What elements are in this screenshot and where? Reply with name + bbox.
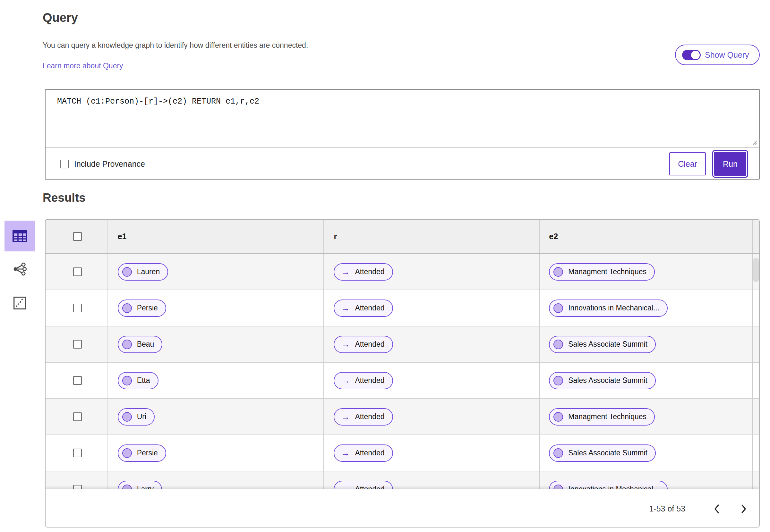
entity-node-icon (554, 448, 563, 458)
entity-pill[interactable]: Beau (118, 336, 163, 353)
relation-pill[interactable]: →Attended (334, 372, 393, 389)
clear-button[interactable]: Clear (669, 152, 706, 175)
table-view-button[interactable] (4, 221, 35, 251)
column-header-e2[interactable]: e2 (549, 232, 558, 241)
relation-pill[interactable]: →Attended (334, 444, 393, 462)
row-checkbox[interactable] (73, 340, 82, 349)
relation-arrow-icon: → (341, 340, 350, 349)
entity-pill[interactable]: Sales Associate Summit (549, 444, 656, 462)
row-checkbox[interactable] (73, 449, 82, 457)
relation-arrow-icon: → (341, 376, 350, 385)
relation-label: Attended (355, 376, 384, 385)
entity-pill[interactable]: Sales Associate Summit (549, 336, 656, 353)
row-checkbox[interactable] (73, 376, 82, 385)
table-row: Persie →Attended Sales Associate Summit (46, 435, 759, 471)
network-view-icon (13, 262, 27, 276)
entity-pill[interactable]: Lauren (118, 263, 168, 281)
entity-label: Etta (137, 376, 150, 385)
relation-pill[interactable]: →Attended (334, 300, 393, 317)
row-checkbox[interactable] (73, 485, 82, 489)
relation-arrow-icon: → (341, 449, 350, 458)
results-heading: Results (43, 191, 86, 205)
table-row: Uri →Attended Managment Techniques (46, 399, 759, 435)
entity-label: Innovations in Mechanical... (568, 304, 659, 312)
entity-pill[interactable]: Persie (118, 444, 166, 462)
relation-label: Attended (355, 267, 384, 276)
network-view-button[interactable] (4, 254, 35, 284)
entity-node-icon (122, 340, 132, 349)
entity-label: Sales Associate Summit (568, 449, 647, 457)
relation-arrow-icon: → (341, 267, 350, 276)
entity-label: Managment Techniques (568, 412, 647, 421)
chevron-right-icon (741, 504, 747, 514)
show-query-toggle[interactable]: Show Query (675, 45, 760, 65)
relation-pill[interactable]: →Attended (334, 263, 393, 281)
relation-pill[interactable]: →Attended (334, 408, 393, 426)
relation-arrow-icon: → (341, 412, 350, 421)
entity-node-icon (122, 485, 132, 489)
resize-grip-icon[interactable] (750, 139, 757, 146)
scrollbar-thumb[interactable] (753, 258, 759, 282)
table-body: Lauren →Attended Managment Techniques Pe… (46, 254, 759, 489)
entity-node-icon (554, 267, 563, 277)
previous-page-button[interactable] (710, 502, 724, 516)
table-row: Etta →Attended Sales Associate Summit (46, 363, 759, 399)
entity-pill[interactable]: Innovations in Mechanical... (549, 481, 668, 489)
row-checkbox[interactable] (73, 304, 82, 312)
table-footer: 1-53 of 53 (46, 489, 759, 528)
relation-label: Attended (355, 304, 384, 312)
column-header-e1[interactable]: e1 (118, 232, 127, 241)
row-checkbox[interactable] (73, 412, 82, 421)
relation-label: Attended (355, 340, 384, 349)
column-header-r[interactable]: r (334, 232, 337, 241)
relation-pill[interactable]: →Attended (334, 481, 393, 489)
entity-pill[interactable]: Managment Techniques (549, 263, 655, 281)
relation-label: Attended (355, 412, 384, 421)
entity-node-icon (554, 412, 563, 422)
relation-pill[interactable]: →Attended (334, 336, 393, 353)
entity-label: Sales Associate Summit (568, 340, 647, 349)
entity-label: Persie (137, 449, 158, 457)
entity-pill[interactable]: Uri (118, 408, 155, 426)
learn-more-link[interactable]: Learn more about Query (43, 62, 123, 70)
entity-node-icon (554, 340, 563, 349)
table-row: Beau →Attended Sales Associate Summit (46, 326, 759, 363)
toggle-switch-icon[interactable] (682, 50, 701, 60)
entity-node-icon (122, 412, 132, 422)
table-row: Lauren →Attended Managment Techniques (46, 254, 759, 290)
relation-arrow-icon: → (341, 485, 350, 489)
table-header-row: e1 r e2 (46, 220, 759, 254)
entity-label: Innovations in Mechanical... (568, 485, 659, 489)
entity-pill[interactable]: Etta (118, 372, 158, 389)
entity-label: Persie (137, 304, 158, 312)
entity-pill[interactable]: Sales Associate Summit (549, 372, 656, 389)
entity-label: Larry (137, 485, 154, 489)
pagination-range: 1-53 of 53 (649, 504, 685, 513)
next-page-button[interactable] (737, 502, 751, 516)
query-input[interactable]: MATCH (e1:Person)-[r]->(e2) RETURN e1,r,… (57, 97, 746, 142)
entity-label: Uri (137, 412, 146, 421)
entity-node-icon (554, 485, 563, 489)
entity-node-icon (554, 376, 563, 385)
entity-node-icon (122, 303, 132, 313)
run-button[interactable]: Run (714, 152, 746, 176)
entity-pill[interactable]: Managment Techniques (549, 408, 655, 426)
entity-pill[interactable]: Larry (118, 481, 162, 489)
entity-node-icon (554, 303, 563, 313)
toggle-knob (691, 51, 700, 59)
entity-pill[interactable]: Innovations in Mechanical... (549, 300, 668, 317)
entity-label: Beau (137, 340, 154, 349)
entity-node-icon (122, 448, 132, 458)
entity-label: Lauren (137, 267, 160, 276)
include-provenance-checkbox[interactable] (60, 160, 69, 168)
select-all-checkbox[interactable] (73, 232, 82, 241)
entity-node-icon (122, 376, 132, 385)
relation-label: Attended (355, 485, 384, 489)
chart-view-button[interactable] (4, 288, 35, 318)
chevron-left-icon (714, 504, 720, 514)
table-view-icon (12, 229, 28, 243)
query-panel: MATCH (e1:Person)-[r]->(e2) RETURN e1,r,… (45, 89, 760, 180)
table-row: Persie →Attended Innovations in Mechanic… (46, 290, 759, 326)
entity-pill[interactable]: Persie (118, 300, 166, 317)
row-checkbox[interactable] (73, 267, 82, 276)
